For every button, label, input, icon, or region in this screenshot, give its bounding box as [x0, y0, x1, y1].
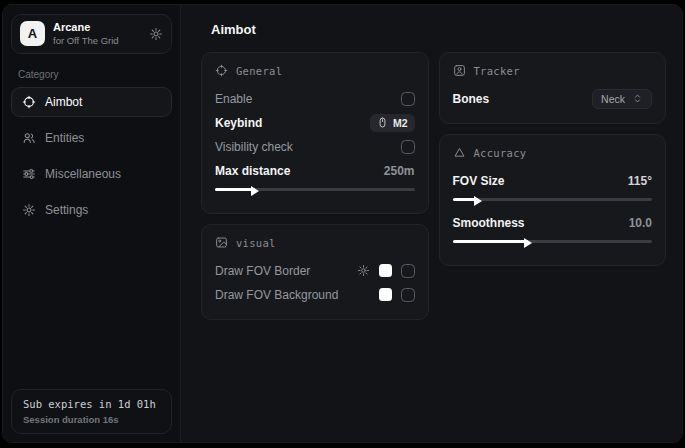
fov-border-settings-gear-icon[interactable]	[357, 264, 370, 277]
keybind-button[interactable]: M2	[370, 114, 415, 132]
sidebar-item-label: Entities	[45, 131, 84, 145]
smoothness-row: Smoothness 10.0	[453, 212, 653, 233]
sidebar-item-aimbot[interactable]: Aimbot	[11, 87, 172, 117]
general-card: General Enable Keybind	[201, 52, 429, 214]
person-scan-icon	[453, 64, 466, 77]
gear-icon	[22, 203, 36, 217]
bones-select[interactable]: Neck	[592, 89, 652, 109]
app-logo: A	[20, 21, 45, 46]
sidebar-header-card: A Arcane for Off The Grid	[11, 14, 172, 54]
enable-checkbox[interactable]	[401, 92, 415, 106]
subscription-info-card: Sub expires in 1d 01h Session duration 1…	[11, 389, 172, 434]
sidebar-item-entities[interactable]: Entities	[11, 123, 172, 153]
sub-expires-text: Sub expires in 1d 01h	[23, 398, 160, 410]
triangle-icon	[453, 146, 466, 159]
page-title: Aimbot	[211, 22, 668, 37]
bones-selected-value: Neck	[601, 93, 625, 105]
fov-size-slider[interactable]	[453, 194, 653, 205]
settings-gear-icon[interactable]	[149, 27, 163, 41]
sliders-icon	[22, 167, 36, 181]
fov-size-row: FOV Size 115°	[453, 170, 653, 191]
sidebar-item-label: Aimbot	[45, 95, 82, 109]
crosshair-icon	[215, 64, 228, 77]
sidebar-item-settings[interactable]: Settings	[11, 195, 172, 225]
fov-background-label: Draw FOV Background	[215, 288, 338, 302]
fov-border-color-swatch[interactable]	[379, 264, 392, 277]
slider-thumb[interactable]	[474, 196, 482, 206]
sidebar-item-miscellaneous[interactable]: Miscellaneous	[11, 159, 172, 189]
crosshair-icon	[22, 95, 36, 109]
smoothness-slider[interactable]	[453, 236, 653, 247]
sidebar-item-label: Miscellaneous	[45, 167, 121, 181]
max-distance-value: 250m	[384, 164, 415, 178]
keybind-value: M2	[393, 117, 408, 129]
card-title: General	[236, 65, 282, 77]
fov-size-label: FOV Size	[453, 174, 505, 188]
smoothness-label: Smoothness	[453, 216, 525, 230]
slider-thumb[interactable]	[524, 238, 532, 248]
people-icon	[22, 131, 36, 145]
caret-sort-icon	[632, 93, 643, 104]
tracker-card: Tracker Bones Neck	[439, 52, 667, 124]
app-subtitle: for Off The Grid	[53, 35, 119, 47]
sidebar: A Arcane for Off The Grid Category Aimbo	[3, 5, 181, 442]
slider-thumb[interactable]	[251, 186, 259, 196]
sidebar-item-label: Settings	[45, 203, 88, 217]
max-distance-slider[interactable]	[215, 184, 415, 195]
max-distance-label: Max distance	[215, 164, 290, 178]
max-distance-row: Max distance 250m	[215, 160, 415, 181]
mouse-icon	[377, 117, 388, 128]
fov-background-checkbox[interactable]	[401, 288, 415, 302]
visibility-check-row: Visibility check	[215, 136, 415, 157]
enable-row: Enable	[215, 88, 415, 109]
app-window: A Arcane for Off The Grid Category Aimbo	[2, 4, 683, 443]
app-title: Arcane	[53, 21, 119, 35]
image-icon	[215, 236, 228, 249]
fov-border-row: Draw FOV Border	[215, 260, 415, 281]
keybind-label: Keybind	[215, 116, 262, 130]
category-label: Category	[18, 69, 165, 80]
fov-background-color-swatch[interactable]	[379, 288, 392, 301]
visibility-check-label: Visibility check	[215, 140, 293, 154]
card-title: visual	[236, 237, 276, 249]
session-duration-text: Session duration 16s	[23, 414, 160, 425]
fov-background-row: Draw FOV Background	[215, 284, 415, 305]
accuracy-card: Accuracy FOV Size 115° Smoothness	[439, 134, 667, 266]
fov-size-value: 115°	[628, 174, 652, 188]
visual-card: visual Draw FOV Border	[201, 224, 429, 320]
fov-border-checkbox[interactable]	[401, 264, 415, 278]
visibility-check-checkbox[interactable]	[401, 140, 415, 154]
fov-border-label: Draw FOV Border	[215, 264, 310, 278]
main-content: Aimbot General Enable	[181, 5, 682, 442]
bones-row: Bones Neck	[453, 88, 653, 109]
card-title: Accuracy	[474, 147, 527, 159]
enable-label: Enable	[215, 92, 252, 106]
bones-label: Bones	[453, 92, 490, 106]
keybind-row: Keybind M2	[215, 112, 415, 133]
card-title: Tracker	[474, 65, 520, 77]
smoothness-value: 10.0	[629, 216, 652, 230]
